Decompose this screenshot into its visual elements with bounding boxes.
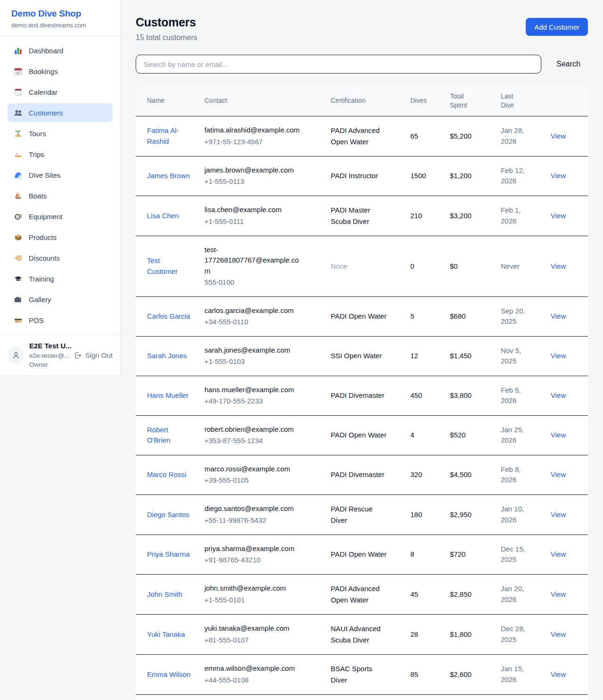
customer-name-link[interactable]: Sarah Jones [147, 352, 187, 360]
customer-name-link[interactable]: John Smith [147, 590, 182, 598]
sidebar-item-trips[interactable]: Trips [8, 145, 113, 164]
view-customer-link[interactable]: View [551, 431, 566, 439]
column-header-name: Name [136, 86, 204, 116]
calendar-icon [13, 87, 23, 97]
package-icon [13, 232, 23, 242]
customer-name-link[interactable]: Test Customer [147, 256, 178, 275]
customer-name-link[interactable]: Hans Mueller [147, 391, 188, 399]
customer-dives: 180 [410, 494, 450, 535]
search-row: Search [136, 55, 588, 74]
search-button[interactable]: Search [549, 60, 588, 68]
search-input[interactable] [136, 55, 541, 74]
person-icon [11, 351, 21, 360]
table-row: Keiko Yamamotokeiko.yamamoto@example.com… [136, 694, 588, 700]
column-header-actions [551, 86, 588, 116]
view-customer-link[interactable]: View [551, 590, 566, 598]
customer-certification: NAUI Advanced Scuba Diver [331, 623, 387, 646]
customer-phone: +34-555-0110 [204, 317, 304, 328]
camera-icon [13, 295, 23, 304]
sidebar-item-bookings[interactable]: 17Bookings [8, 62, 113, 81]
customer-certification: PADI Divemaster [331, 390, 387, 401]
island-icon [13, 129, 23, 138]
credit-card-icon [13, 315, 23, 325]
customer-name-link[interactable]: Diego Santos [147, 511, 189, 519]
customer-email: test-1772681807767@example.com [204, 245, 304, 277]
customer-phone: 555-0100 [204, 277, 304, 288]
customer-email: robert.obrien@example.com [204, 424, 304, 435]
sidebar-item-products[interactable]: Products [8, 228, 113, 247]
customer-dives: 1500 [410, 156, 450, 196]
view-customer-link[interactable]: View [551, 670, 566, 678]
grad-cap-icon [13, 274, 23, 283]
view-customer-link[interactable]: View [551, 212, 566, 220]
sidebar-item-pos[interactable]: POS [8, 311, 113, 329]
customer-dives: 28 [410, 614, 450, 654]
customer-total-spent: $1,800 [450, 614, 501, 654]
sidebar-item-discounts[interactable]: Discounts [8, 248, 113, 267]
customer-last-dive: Jan 28, 2026 [501, 125, 529, 147]
customer-name-link[interactable]: Priya Sharma [147, 550, 190, 558]
user-info: E2E Test U... e2e-tester@... Owner [29, 341, 69, 369]
sidebar-item-dive-sites[interactable]: Dive Sites [8, 165, 113, 184]
view-customer-link[interactable]: View [551, 352, 566, 360]
sidebar-item-gallery[interactable]: Gallery [8, 290, 113, 309]
sidebar-item-tours[interactable]: Tours [8, 124, 113, 143]
view-customer-link[interactable]: View [551, 391, 566, 399]
customer-email: james.brown@example.com [204, 165, 304, 176]
sidebar-item-customers[interactable]: Customers [8, 103, 113, 122]
customer-name-link[interactable]: Robert O'Brien [147, 426, 171, 445]
customer-certification: PADI Instructor [331, 170, 387, 181]
table-row: James Brownjames.brown@example.com+1-555… [136, 156, 588, 196]
page-header: Customers 15 total customers Add Custome… [136, 16, 588, 42]
customer-total-spent: $1,200 [450, 156, 501, 196]
sidebar-item-equipment[interactable]: Equipment [8, 207, 113, 226]
view-customer-link[interactable]: View [551, 470, 566, 478]
customer-certification: PADI Open Water [331, 311, 387, 322]
sidebar-item-label: Bookings [29, 67, 58, 75]
view-customer-link[interactable]: View [551, 511, 566, 519]
sidebar-item-label: Gallery [29, 296, 51, 304]
customer-name-link[interactable]: Marco Rossi [147, 470, 186, 478]
customer-total-spent: $2,950 [450, 494, 501, 535]
sidebar-item-calendar[interactable]: Calendar [8, 82, 113, 101]
sign-out-icon [73, 351, 82, 360]
table-row: Diego Santosdiego.santos@example.com+55-… [136, 494, 588, 535]
view-customer-link[interactable]: View [551, 550, 566, 558]
customer-name-link[interactable]: James Brown [147, 172, 190, 180]
view-customer-link[interactable]: View [551, 262, 566, 270]
sidebar-item-training[interactable]: Training [8, 269, 113, 288]
customer-total-spent: $520 [450, 415, 501, 455]
customer-last-dive: Feb 5, 2026 [501, 385, 529, 406]
customer-dives: 5 [410, 296, 450, 336]
customer-last-dive: Jan 20, 2026 [501, 584, 529, 605]
sidebar-item-dashboard[interactable]: Dashboard [8, 41, 113, 60]
customer-phone: +44-555-0108 [204, 675, 304, 686]
customer-last-dive: Nov 5, 2025 [501, 346, 529, 367]
sign-out-button[interactable]: Sign Out [73, 351, 113, 360]
sidebar-item-boats[interactable]: Boats [8, 186, 113, 205]
customer-total-spent: $2,100 [450, 694, 501, 700]
customer-name-link[interactable]: Yuki Tanaka [147, 630, 185, 638]
customer-name-link[interactable]: Carlos Garcia [147, 312, 190, 320]
view-customer-link[interactable]: View [551, 312, 566, 320]
customer-dives: 45 [410, 574, 450, 614]
add-customer-button[interactable]: Add Customer [526, 18, 588, 36]
customer-name-link[interactable]: Lisa Chen [147, 212, 179, 220]
customer-dives: 210 [410, 196, 450, 236]
customer-email: hans.mueller@example.com [204, 385, 304, 395]
user-name: E2E Test U... [29, 341, 69, 351]
shop-name: Demo Dive Shop [11, 8, 109, 19]
customer-name-link[interactable]: Fatima Al-Rashid [147, 126, 179, 145]
customer-email: priya.sharma@example.com [204, 544, 304, 554]
user-role: Owner [29, 361, 69, 369]
view-customer-link[interactable]: View [551, 132, 566, 140]
customer-name-link[interactable]: Emma Wilson [147, 670, 191, 678]
customer-phone: +1-555-0103 [204, 356, 304, 367]
sidebar: Demo Dive Shop demo.test.divestreams.com… [0, 0, 121, 376]
sidebar-item-label: Products [29, 233, 57, 241]
view-customer-link[interactable]: View [551, 630, 566, 638]
sidebar-item-label: Trips [29, 150, 44, 158]
view-customer-link[interactable]: View [551, 172, 566, 180]
page: Demo Dive Shop demo.test.divestreams.com… [0, 0, 603, 700]
sailboat-icon [13, 191, 23, 200]
